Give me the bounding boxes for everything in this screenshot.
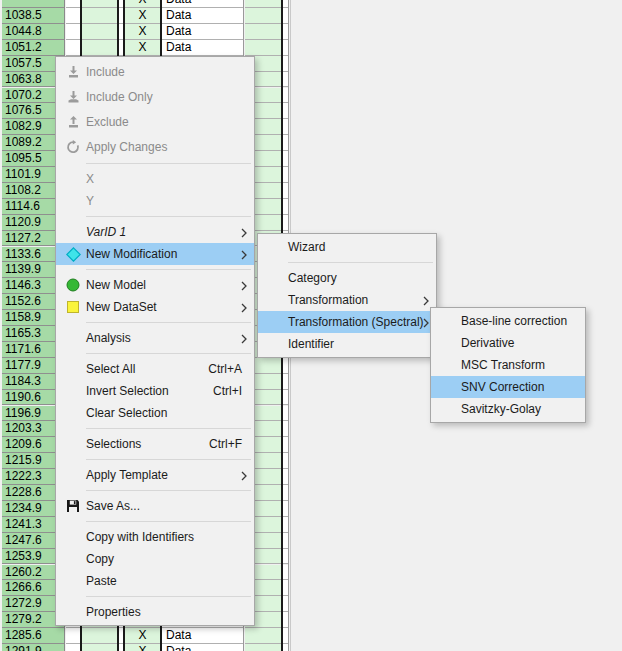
- wavenumber-cell[interactable]: [2, 0, 64, 8]
- menu-item-identifier[interactable]: Identifier: [258, 333, 436, 355]
- cell[interactable]: [82, 8, 117, 24]
- wavenumber-cell[interactable]: 1044.8: [2, 24, 64, 40]
- cell[interactable]: [245, 8, 281, 24]
- menu-item-label: Wizard: [288, 240, 325, 254]
- wavenumber-cell[interactable]: 1291.9: [2, 644, 64, 651]
- cell: [283, 72, 288, 88]
- menu-item-varid-1[interactable]: VarID 1: [56, 221, 254, 243]
- menu-item-paste[interactable]: Paste: [56, 570, 254, 592]
- menu-item-savitzky-golay[interactable]: Savitzky-Golay: [431, 398, 585, 420]
- x-cell[interactable]: X: [125, 628, 160, 644]
- data-type-cell[interactable]: Data: [162, 24, 243, 40]
- menu-item-new-dataset[interactable]: New DataSet: [56, 296, 254, 318]
- submenu-transformation-spectral: Base-line correctionDerivativeMSC Transf…: [430, 307, 586, 423]
- cell: [119, 644, 123, 651]
- cell: [283, 644, 288, 651]
- data-type-cell[interactable]: Data: [162, 628, 243, 644]
- cell[interactable]: [245, 628, 281, 644]
- menu-separator: [86, 163, 251, 164]
- menu-separator: [86, 596, 251, 597]
- cell: [283, 421, 288, 437]
- chevron-right-icon: [241, 227, 247, 237]
- data-type-cell[interactable]: Data: [162, 8, 243, 24]
- menu-item-save-as[interactable]: Save As...: [56, 495, 254, 517]
- save-icon: [60, 499, 86, 513]
- cell[interactable]: [245, 40, 281, 56]
- menu-item-label: Include Only: [86, 90, 153, 104]
- menu-item-x[interactable]: X: [56, 168, 254, 190]
- menu-item-category[interactable]: Category: [258, 267, 436, 289]
- menu-item-label: Category: [288, 271, 337, 285]
- menu-separator: [86, 428, 251, 429]
- menu-item-y[interactable]: Y: [56, 190, 254, 212]
- menu-item-copy-with-identifiers[interactable]: Copy with Identifiers: [56, 526, 254, 548]
- menu-item-snv-correction[interactable]: SNV Correction: [431, 376, 585, 398]
- x-cell[interactable]: X: [125, 644, 160, 651]
- cell[interactable]: [66, 644, 80, 651]
- menu-item-transformation[interactable]: Transformation: [258, 289, 436, 311]
- menu-item-exclude[interactable]: Exclude: [56, 109, 254, 134]
- cell[interactable]: [66, 628, 80, 644]
- cell[interactable]: [66, 8, 80, 24]
- cell[interactable]: [82, 0, 117, 8]
- wavenumber-cell[interactable]: 1051.2: [2, 40, 64, 56]
- x-cell[interactable]: X: [125, 8, 160, 24]
- cell[interactable]: [245, 24, 281, 40]
- cell[interactable]: [66, 40, 80, 56]
- menu-item-analysis[interactable]: Analysis: [56, 327, 254, 349]
- menu-item-include[interactable]: Include: [56, 59, 254, 84]
- cell: [283, 167, 288, 183]
- menu-item-copy[interactable]: Copy: [56, 548, 254, 570]
- data-type-cell[interactable]: Data: [162, 0, 243, 8]
- menu-item-label: Savitzky-Golay: [461, 402, 541, 416]
- cell[interactable]: [245, 0, 281, 8]
- exclude-icon: [60, 115, 86, 128]
- cell: [283, 40, 288, 56]
- menu-separator: [86, 353, 251, 354]
- cell: [119, 0, 123, 8]
- table-row: 1291.9XData: [0, 644, 292, 651]
- menu-item-label: New DataSet: [86, 300, 157, 314]
- menu-item-new-model[interactable]: New Model: [56, 274, 254, 296]
- x-cell[interactable]: X: [125, 24, 160, 40]
- menu-item-invert-selection[interactable]: Invert SelectionCtrl+I: [56, 380, 254, 402]
- cell: [283, 485, 288, 501]
- menu-item-selections[interactable]: SelectionsCtrl+F: [56, 433, 254, 455]
- cell[interactable]: [82, 24, 117, 40]
- cell[interactable]: [245, 644, 281, 651]
- menu-item-label: Save As...: [86, 499, 140, 513]
- data-type-cell[interactable]: Data: [162, 40, 243, 56]
- menu-item-derivative[interactable]: Derivative: [431, 332, 585, 354]
- menu-item-transformation-spectral[interactable]: Transformation (Spectral): [258, 311, 436, 333]
- menu-item-select-all[interactable]: Select AllCtrl+A: [56, 358, 254, 380]
- menu-item-include-only[interactable]: Include Only: [56, 84, 254, 109]
- menu-item-label: Apply Changes: [86, 140, 167, 154]
- cell[interactable]: [82, 40, 117, 56]
- menu-item-wizard[interactable]: Wizard: [258, 236, 436, 258]
- menu-item-label: VarID 1: [86, 225, 126, 239]
- menu-item-clear-selection[interactable]: Clear Selection: [56, 402, 254, 424]
- cell[interactable]: [66, 0, 80, 8]
- chevron-right-icon: [423, 317, 429, 327]
- wavenumber-cell[interactable]: 1285.6: [2, 628, 64, 644]
- menu-item-new-modification[interactable]: New Modification: [56, 243, 254, 265]
- x-cell[interactable]: X: [125, 40, 160, 56]
- menu-item-label: Derivative: [461, 336, 514, 350]
- menu-item-msc-transform[interactable]: MSC Transform: [431, 354, 585, 376]
- cell[interactable]: [66, 24, 80, 40]
- data-type-cell[interactable]: Data: [162, 644, 243, 651]
- menu-item-label: Transformation (Spectral): [288, 315, 424, 329]
- cell[interactable]: [82, 628, 117, 644]
- menu-item-properties[interactable]: Properties: [56, 601, 254, 623]
- menu-item-apply-changes[interactable]: Apply Changes: [56, 134, 254, 159]
- cell: [283, 358, 288, 374]
- menu-item-label: Paste: [86, 574, 117, 588]
- menu-item-label: New Modification: [86, 247, 177, 261]
- menu-item-apply-template[interactable]: Apply Template: [56, 464, 254, 486]
- cell: [283, 533, 288, 549]
- x-cell[interactable]: X: [125, 0, 160, 8]
- menu-item-base-line-correction[interactable]: Base-line correction: [431, 310, 585, 332]
- wavenumber-cell[interactable]: 1038.5: [2, 8, 64, 24]
- cell: [283, 612, 288, 628]
- cell[interactable]: [82, 644, 117, 651]
